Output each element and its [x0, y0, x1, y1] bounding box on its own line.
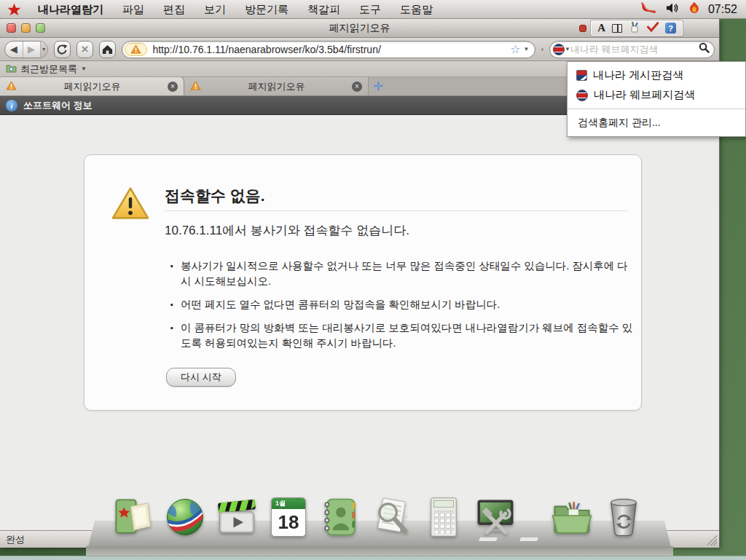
flame-tray-icon[interactable] [689, 1, 699, 17]
page-content: 접속할수 없음. 10.76.1.11에서 봉사기와 접속할수 없습니다. 봉사… [0, 115, 719, 530]
search-box[interactable]: ▼ [549, 41, 715, 58]
menu-app[interactable]: 내나라열람기 [28, 0, 113, 18]
error-hints-list: 봉사기가 일시적으로 사용할수 없거나 또는 너무 많은 접속중인 상태일수 있… [170, 259, 634, 359]
red-star-logo-icon[interactable] [7, 3, 21, 16]
site-warning-chip[interactable] [125, 43, 147, 56]
split-view-icon[interactable] [612, 24, 622, 33]
error-title: 접속할수 없음. [165, 186, 265, 206]
manage-search-engines[interactable]: 검색홈페지 관리... [568, 113, 745, 133]
dock-item-browser[interactable] [164, 496, 206, 538]
dock-item-books[interactable] [112, 496, 154, 538]
menu-help[interactable]: 도움말 [390, 0, 442, 18]
dock-item-calendar[interactable]: 1월 18 [267, 496, 310, 538]
stop-button[interactable]: × [76, 41, 93, 58]
notification-dot-icon [579, 25, 586, 32]
dock-item-contacts[interactable] [319, 496, 361, 538]
tab-warning-icon [190, 80, 201, 93]
home-button[interactable] [99, 41, 116, 58]
dock: 1월 18 [86, 478, 673, 556]
search-input[interactable] [570, 44, 699, 55]
dock-item-utilities-folder[interactable] [551, 496, 593, 538]
new-tab-button[interactable]: ✛ [369, 77, 388, 95]
dock-platform-front [86, 546, 673, 556]
error-subtitle: 10.76.1.11에서 봉사기와 접속할수 없습니다. [165, 222, 409, 239]
error-hint: 봉사기가 일시적으로 사용할수 없거나 또는 너무 많은 접속중인 상태일수 있… [170, 259, 634, 289]
bookmark-star-icon[interactable]: ☆ [510, 44, 520, 55]
retry-button[interactable]: 다시 시작 [166, 368, 236, 387]
warning-triangle-icon [111, 186, 150, 224]
menu-file[interactable]: 파일 [113, 0, 154, 18]
url-input[interactable] [152, 44, 507, 55]
system-menubar: 내나라열람기 파일 편집 보기 방문기록 책갈피 도구 도움말 07:52 [0, 0, 746, 19]
url-dropdown-icon[interactable]: ▼ [524, 46, 530, 52]
dock-item-calculator[interactable] [423, 496, 465, 538]
tab-2[interactable]: 페지읽기오유 × [184, 77, 369, 95]
navigation-toolbar: ◀ ▶ ▼ × ☆ ▼ ▼ [0, 38, 719, 61]
font-size-icon[interactable]: A [597, 23, 605, 33]
dock-item-document-viewer[interactable] [371, 496, 413, 538]
infobar-text: 쏘프트웨어 정보 [23, 99, 93, 112]
error-panel: 접속할수 없음. 10.76.1.11에서 봉사기와 접속할수 없습니다. 봉사… [84, 154, 642, 411]
history-nav-group: ◀ ▶ ▼ [4, 41, 48, 58]
titlebar-toolbox: A ? [591, 20, 683, 36]
calendar-month: 1월 [272, 498, 305, 509]
menu-history[interactable]: 방문기록 [235, 0, 298, 18]
info-icon: i [6, 100, 17, 111]
calendar-day: 18 [272, 509, 305, 536]
board-search-icon [576, 70, 587, 81]
menu-item-label: 내나라 게시판검색 [593, 68, 683, 82]
desktop-edge-strip [0, 556, 746, 560]
menu-bookmarks[interactable]: 책갈피 [298, 0, 350, 18]
search-engine-menu: 내나라 게시판검색 내나라 웨브페지검색 검색홈페지 관리... [567, 61, 746, 137]
web-search-flag-icon [576, 90, 588, 101]
help-icon[interactable]: ? [665, 23, 676, 33]
flag-tray-icon[interactable] [640, 2, 657, 17]
search-engine-board-search[interactable]: 내나라 게시판검색 [568, 66, 745, 85]
tab-title: 페지읽기오유 [21, 80, 163, 93]
menu-tools[interactable]: 도구 [350, 0, 390, 18]
tab-title: 페지읽기오유 [205, 80, 348, 93]
tab-warning-icon [6, 80, 17, 93]
error-hint: 어떤 페지도 열수 없다면 콤퓨터의 망접속을 확인해보시기 바랍니다. [170, 297, 634, 312]
title-divider [165, 210, 628, 211]
window-titlebar[interactable]: 페지읽기오유 A ? [0, 19, 719, 38]
search-engine-web-search[interactable]: 내나라 웨브페지검색 [568, 85, 745, 105]
error-hint: 이 콤퓨터가 망의 방화벽 또는 대리봉사기로 보호되여있다면 내나라열람기가 … [170, 320, 634, 351]
recent-folder-icon [6, 63, 17, 76]
dock-icons: 1월 18 [112, 496, 645, 538]
tab-close-button[interactable]: × [352, 82, 362, 92]
forward-button[interactable]: ▶ [23, 42, 40, 58]
menu-item-label: 내나라 웨브페지검색 [594, 88, 695, 102]
dock-item-trash[interactable] [602, 496, 645, 538]
recent-history-menu[interactable]: 최근방문목록 [20, 63, 77, 76]
red-check-icon[interactable] [647, 22, 659, 35]
tab-1[interactable]: 페지읽기오유 × [0, 77, 184, 95]
dock-item-system-tools[interactable] [474, 496, 517, 538]
resize-grip[interactable] [707, 535, 717, 545]
tab-close-button[interactable]: × [168, 82, 178, 92]
pen-cup-icon[interactable] [629, 21, 640, 36]
clock: 07:52 [708, 3, 737, 16]
back-button[interactable]: ◀ [5, 42, 23, 58]
menu-view[interactable]: 보기 [195, 0, 235, 18]
volume-tray-icon[interactable] [666, 2, 680, 17]
toolbar-separator-dot [541, 48, 543, 51]
search-engine-flag-icon[interactable] [553, 44, 565, 55]
url-bar[interactable]: ☆ ▼ [122, 41, 535, 58]
menu-separator [568, 109, 745, 109]
search-magnifier-icon[interactable] [699, 42, 710, 56]
reload-button[interactable] [54, 41, 71, 58]
recent-caret-icon: ▼ [81, 66, 87, 72]
dock-item-media-player[interactable] [216, 496, 258, 538]
status-text: 완성 [6, 533, 25, 546]
menu-edit[interactable]: 편집 [154, 0, 195, 18]
search-engine-dropdown-icon[interactable]: ▼ [565, 46, 570, 52]
history-dropdown-button[interactable]: ▼ [40, 42, 47, 58]
